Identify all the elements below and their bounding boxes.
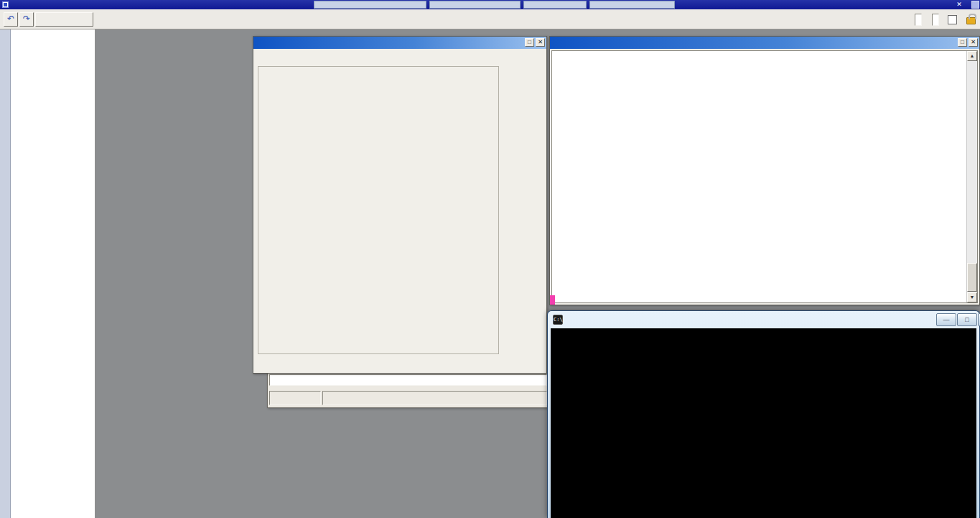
- lock-icon: [966, 17, 976, 24]
- console-area: [551, 328, 976, 518]
- terminal-titlebar[interactable]: □ ✕: [550, 37, 979, 49]
- ppp-list-area: [269, 374, 547, 386]
- hide-passwords-checkbox[interactable]: [948, 15, 957, 24]
- scrollbar-thumb[interactable]: [967, 263, 977, 292]
- maximize-icon[interactable]: □: [525, 38, 534, 47]
- background-window-fragment: [523, 1, 587, 9]
- undo-button[interactable]: ↶: [4, 12, 18, 27]
- close-icon[interactable]: ✕: [969, 38, 978, 47]
- main-window-titlebar: ✕: [0, 0, 980, 9]
- dialog-titlebar[interactable]: □ ✕: [253, 37, 546, 49]
- status-fields-panel: [258, 66, 499, 354]
- interface-dialog: □ ✕: [253, 36, 547, 374]
- main-toolbar: ↶ ↷: [0, 9, 980, 29]
- ppp-statusbar: [269, 391, 547, 405]
- maximize-icon[interactable]: □: [957, 313, 977, 326]
- minimize-icon[interactable]: —: [936, 313, 956, 326]
- statusbar-filler: [322, 391, 547, 405]
- cpu-value: [915, 14, 922, 26]
- ping-titlebar[interactable]: C:\ — □ ✕: [548, 311, 979, 328]
- ppp-window-fragment: [267, 372, 549, 408]
- window-control-fragment[interactable]: [971, 1, 979, 9]
- background-window-fragment: [314, 1, 426, 9]
- redo-button[interactable]: ↷: [19, 12, 34, 27]
- winbox-app-icon: [2, 1, 9, 8]
- cmd-icon: C:\: [553, 315, 563, 325]
- memory-value: [932, 14, 939, 26]
- terminal-cursor: [550, 295, 555, 305]
- dialog-footer-flags: [258, 357, 542, 370]
- items-count: [269, 391, 321, 405]
- scroll-down-icon[interactable]: ▼: [967, 292, 977, 302]
- ping-console-window: C:\ — □ ✕: [547, 310, 980, 518]
- scroll-up-icon[interactable]: ▲: [967, 51, 977, 61]
- close-icon[interactable]: ✕: [954, 1, 964, 9]
- background-window-fragment: [429, 1, 521, 9]
- terminal-output: [555, 52, 965, 302]
- safe-mode-button[interactable]: [35, 12, 93, 27]
- maximize-icon[interactable]: □: [958, 38, 967, 47]
- terminal-window: □ ✕ ▲ ▼: [549, 36, 980, 305]
- terminal-scrollbar[interactable]: ▲ ▼: [966, 51, 977, 302]
- background-window-fragment: [589, 1, 675, 9]
- brand-strip: [0, 29, 11, 518]
- sidebar-menu: [11, 29, 95, 518]
- terminal-content[interactable]: ▲ ▼: [551, 50, 978, 303]
- close-icon[interactable]: ✕: [536, 38, 545, 47]
